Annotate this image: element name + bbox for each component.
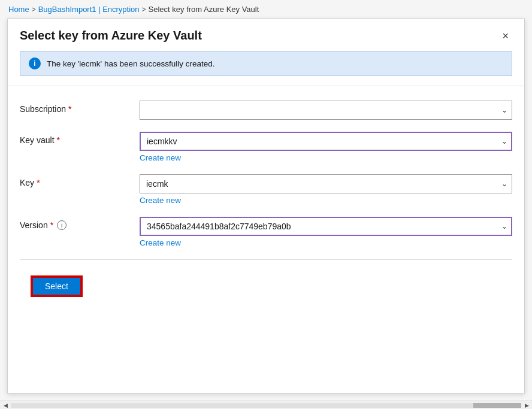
- key-create-new-link[interactable]: Create new: [140, 196, 512, 205]
- breadcrumb-resource[interactable]: BugBashImport1 | Encryption: [38, 5, 140, 14]
- version-select[interactable]: 34565bafa244491b8af2c7749eb79a0b: [140, 217, 512, 236]
- dialog-title: Select key from Azure Key Vault: [20, 29, 202, 43]
- key-vault-dropdown-wrapper: iecmkkv ⌄: [140, 132, 512, 151]
- info-banner-message: The key 'iecmk' has been successfully cr…: [47, 59, 215, 68]
- subscription-select[interactable]: [140, 101, 512, 120]
- scroll-left-arrow[interactable]: ◀: [1, 401, 10, 410]
- breadcrumb-sep-2: >: [142, 5, 146, 14]
- breadcrumb-home[interactable]: Home: [8, 5, 29, 14]
- subscription-dropdown-wrapper: ⌄: [140, 101, 512, 120]
- subscription-required: *: [68, 104, 71, 114]
- key-vault-create-new-link[interactable]: Create new: [140, 153, 512, 162]
- close-button[interactable]: ×: [498, 29, 512, 43]
- key-vault-control: iecmkkv ⌄ Create new: [140, 132, 512, 162]
- key-row: Key * iecmk ⌄ Create new: [20, 165, 512, 207]
- scroll-track[interactable]: [11, 403, 521, 408]
- breadcrumb: Home > BugBashImport1 | Encryption > Sel…: [0, 0, 532, 19]
- breadcrumb-sep-1: >: [32, 5, 36, 14]
- key-dropdown-wrapper: iecmk ⌄: [140, 174, 512, 193]
- version-label: Version * i: [20, 217, 128, 230]
- version-required: *: [50, 220, 53, 230]
- key-vault-row: Key vault * iecmkkv ⌄ Create new: [20, 122, 512, 165]
- select-button[interactable]: Select: [32, 277, 81, 296]
- version-row: Version * i 34565bafa244491b8af2c7749eb7…: [20, 207, 512, 250]
- dialog-footer: Select: [20, 269, 512, 308]
- subscription-label: Subscription *: [20, 101, 128, 114]
- scroll-thumb: [473, 403, 521, 408]
- key-vault-select[interactable]: iecmkkv: [140, 132, 512, 151]
- key-required: *: [37, 178, 40, 187]
- info-icon: i: [29, 57, 41, 69]
- breadcrumb-current: Select key from Azure Key Vault: [149, 5, 259, 14]
- horizontal-scrollbar: ◀ ▶: [0, 401, 532, 409]
- key-select[interactable]: iecmk: [140, 174, 512, 193]
- key-label: Key *: [20, 174, 128, 187]
- version-info-icon[interactable]: i: [57, 220, 66, 230]
- version-create-new-link[interactable]: Create new: [140, 238, 512, 247]
- version-dropdown-wrapper: 34565bafa244491b8af2c7749eb79a0b ⌄: [140, 217, 512, 236]
- dialog-header: Select key from Azure Key Vault ×: [8, 19, 524, 51]
- dialog-body: Subscription * ⌄ Key vault *: [8, 86, 524, 393]
- key-vault-required: *: [57, 135, 60, 145]
- subscription-row: Subscription * ⌄: [20, 91, 512, 122]
- info-banner: i The key 'iecmk' has been successfully …: [20, 51, 512, 76]
- key-control: iecmk ⌄ Create new: [140, 174, 512, 205]
- key-vault-label: Key vault *: [20, 132, 128, 145]
- scroll-right-arrow[interactable]: ▶: [522, 401, 531, 410]
- dialog-container: Select key from Azure Key Vault × i The …: [7, 19, 525, 393]
- footer-divider: [20, 259, 512, 260]
- version-control: 34565bafa244491b8af2c7749eb79a0b ⌄ Creat…: [140, 217, 512, 247]
- subscription-control: ⌄: [140, 101, 512, 120]
